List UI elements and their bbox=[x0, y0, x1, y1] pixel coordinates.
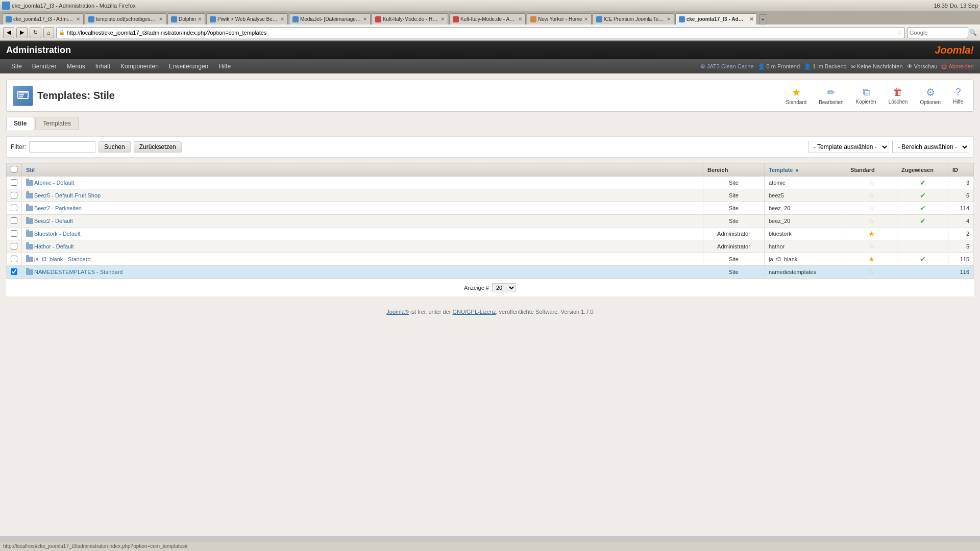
row-zugewiesen: ✔ bbox=[897, 202, 948, 215]
filter-right: - Template auswählen - - Bereich auswähl… bbox=[808, 141, 969, 153]
row-standard[interactable]: ☆ bbox=[846, 215, 897, 228]
nav-erweiterungen[interactable]: Erweiterungen bbox=[164, 61, 213, 72]
row-standard[interactable]: ☆ bbox=[846, 189, 897, 202]
nav-menus[interactable]: Menüs bbox=[62, 61, 90, 72]
tab-active[interactable]: cke_joomla17_t3 - Administrat... ✕ bbox=[675, 13, 757, 24]
search-button[interactable]: Suchen bbox=[99, 141, 131, 153]
tab-templates[interactable]: Templates bbox=[35, 117, 79, 130]
search-input[interactable] bbox=[907, 27, 968, 38]
row-standard[interactable]: ☆ bbox=[846, 240, 897, 253]
tab-close-ice[interactable]: ✕ bbox=[667, 16, 671, 22]
row-checkbox[interactable] bbox=[11, 230, 17, 237]
svg-rect-2 bbox=[19, 94, 24, 95]
back-button[interactable]: ◀ bbox=[3, 27, 14, 38]
toolbar-bearbeiten-button[interactable]: ✏ Bearbeiten bbox=[815, 84, 847, 107]
jat3-link[interactable]: ⚙ JAT3 Clean Cache bbox=[700, 63, 754, 70]
forward-button[interactable]: ▶ bbox=[16, 27, 28, 38]
search-go-icon[interactable]: 🔍 bbox=[969, 29, 977, 36]
preview-link[interactable]: 👁 Vorschau bbox=[907, 63, 938, 69]
tab-close-kult2[interactable]: ✕ bbox=[518, 16, 522, 22]
options-icon: ⚙ bbox=[926, 86, 935, 98]
row-name-link[interactable]: Beez2 - Default bbox=[34, 218, 73, 224]
row-checkbox[interactable] bbox=[11, 205, 17, 211]
row-name-link[interactable]: Beez5 - Default-Fruit Shop bbox=[34, 192, 101, 198]
row-standard[interactable]: ☆ bbox=[846, 266, 897, 279]
license-link[interactable]: GNU/GPL-Lizenz bbox=[453, 309, 496, 315]
folder-icon bbox=[26, 180, 33, 186]
tab-2[interactable]: template.odt(schreibgeschützt)- Libre...… bbox=[85, 13, 166, 24]
th-standard: Standard bbox=[846, 163, 897, 177]
nav-komponenten[interactable]: Komponenten bbox=[115, 61, 164, 72]
row-standard[interactable]: ☆ bbox=[846, 202, 897, 215]
star-filled-icon: ★ bbox=[868, 255, 875, 263]
tab-piwik[interactable]: Piwik > Web Analyse Berichte ✕ bbox=[206, 13, 288, 24]
admin-nav: Site Benutzer Menüs Inhalt Komponenten E… bbox=[0, 59, 980, 73]
toolbar-standard-button[interactable]: ★ Standard bbox=[782, 84, 811, 107]
th-id: ID bbox=[948, 163, 974, 177]
row-name-link[interactable]: Hathor - Default bbox=[34, 243, 74, 249]
sort-template-link[interactable]: Template ▲ bbox=[769, 167, 842, 173]
filter-input[interactable] bbox=[29, 141, 95, 153]
tab-stile[interactable]: Stile bbox=[6, 117, 34, 130]
pagination-select[interactable]: 20 50 100 bbox=[492, 283, 516, 292]
tab-1[interactable]: cke_joomla17_t3 - Administration - Moz..… bbox=[2, 13, 84, 24]
toolbar-loeschen-button[interactable]: 🗑 Löschen bbox=[885, 84, 912, 107]
tab-ice[interactable]: ICE Premium Joomla Templates / Joo... ✕ bbox=[593, 13, 674, 24]
row-checkbox[interactable] bbox=[11, 243, 17, 249]
row-checkbox[interactable] bbox=[11, 268, 17, 275]
bookmark-icon[interactable]: ☆ bbox=[897, 29, 902, 36]
home-button[interactable]: ⌂ bbox=[43, 27, 54, 38]
star-empty-icon: ☆ bbox=[868, 217, 875, 225]
row-checkbox[interactable] bbox=[11, 256, 17, 262]
toolbar-hilfe-button[interactable]: ? Hilfe bbox=[949, 84, 967, 107]
row-checkbox[interactable] bbox=[11, 179, 17, 186]
tab-close-1[interactable]: ✕ bbox=[76, 16, 80, 22]
tab-favicon-kult1 bbox=[375, 16, 381, 22]
messages-link[interactable]: ✉ Keine Nachrichten bbox=[851, 63, 903, 70]
tab-close-2[interactable]: ✕ bbox=[159, 16, 163, 22]
row-zugewiesen: ✔ bbox=[897, 215, 948, 228]
row-checkbox[interactable] bbox=[11, 192, 17, 198]
row-checkbox[interactable] bbox=[11, 217, 17, 224]
row-bereich: Site bbox=[703, 266, 765, 279]
search-bar-wrap: 🔍 bbox=[907, 27, 977, 38]
tab-close-dolphin[interactable]: ✕ bbox=[198, 16, 202, 22]
reset-button[interactable]: Zurücksetzen bbox=[134, 141, 182, 153]
tab-close-newyorker[interactable]: ✕ bbox=[584, 16, 588, 22]
tab-favicon-piwik bbox=[210, 16, 216, 22]
tab-kult2[interactable]: Kult-Italy-Mode.de - Administrat... ✕ bbox=[449, 13, 526, 24]
template-select[interactable]: - Template auswählen - bbox=[808, 141, 889, 153]
select-all-checkbox[interactable] bbox=[11, 166, 17, 172]
toolbar-kopieren-button[interactable]: ⧉ Kopieren bbox=[852, 84, 880, 107]
row-name-link[interactable]: NAMEDESTEMPLATES - Standard bbox=[34, 269, 122, 275]
row-name-link[interactable]: Beez2 - Parkseiten bbox=[34, 205, 82, 211]
tab-favicon-kult2 bbox=[453, 16, 459, 22]
row-name-link[interactable]: ja_t3_blank - Standard bbox=[34, 256, 91, 262]
nav-inhalt[interactable]: Inhalt bbox=[90, 61, 115, 72]
row-standard[interactable]: ★ bbox=[846, 253, 897, 266]
row-standard[interactable]: ★ bbox=[846, 228, 897, 240]
sort-stil-link[interactable]: Stil bbox=[26, 167, 699, 173]
bereich-select[interactable]: - Bereich auswählen - bbox=[892, 141, 969, 153]
nav-benutzer[interactable]: Benutzer bbox=[27, 61, 62, 72]
row-standard[interactable]: ☆ bbox=[846, 177, 897, 189]
address-bar[interactable] bbox=[67, 30, 897, 36]
tab-close-piwik[interactable]: ✕ bbox=[280, 16, 284, 22]
row-template: beez_20 bbox=[765, 202, 846, 215]
nav-site[interactable]: Site bbox=[6, 61, 27, 72]
tab-close-kult1[interactable]: ✕ bbox=[440, 16, 445, 22]
toolbar-optionen-button[interactable]: ⚙ Optionen bbox=[916, 84, 945, 107]
new-tab-button[interactable]: + bbox=[759, 14, 767, 24]
tab-newyorker[interactable]: New Yorker - Home ✕ bbox=[527, 13, 592, 24]
tab-kult1[interactable]: Kult-Italy-Mode.de - Home ✕ bbox=[372, 13, 448, 24]
joomla-link[interactable]: Joomla® bbox=[386, 309, 409, 315]
nav-hilfe[interactable]: Hilfe bbox=[213, 61, 236, 72]
tab-close-mediajet[interactable]: ✕ bbox=[363, 16, 367, 22]
row-name-link[interactable]: Atomic - Default bbox=[34, 180, 74, 186]
tab-close-active[interactable]: ✕ bbox=[749, 16, 753, 22]
row-name-link[interactable]: Bluestork - Default bbox=[34, 231, 80, 237]
logout-link[interactable]: ⏻ Abmelden bbox=[941, 63, 974, 69]
tab-dolphin[interactable]: Dolphin ✕ bbox=[167, 13, 205, 24]
tab-mediajet[interactable]: MediaJet- [Dateimanager: /hom... ✕ bbox=[289, 13, 371, 24]
reload-button[interactable]: ↻ bbox=[30, 27, 41, 38]
